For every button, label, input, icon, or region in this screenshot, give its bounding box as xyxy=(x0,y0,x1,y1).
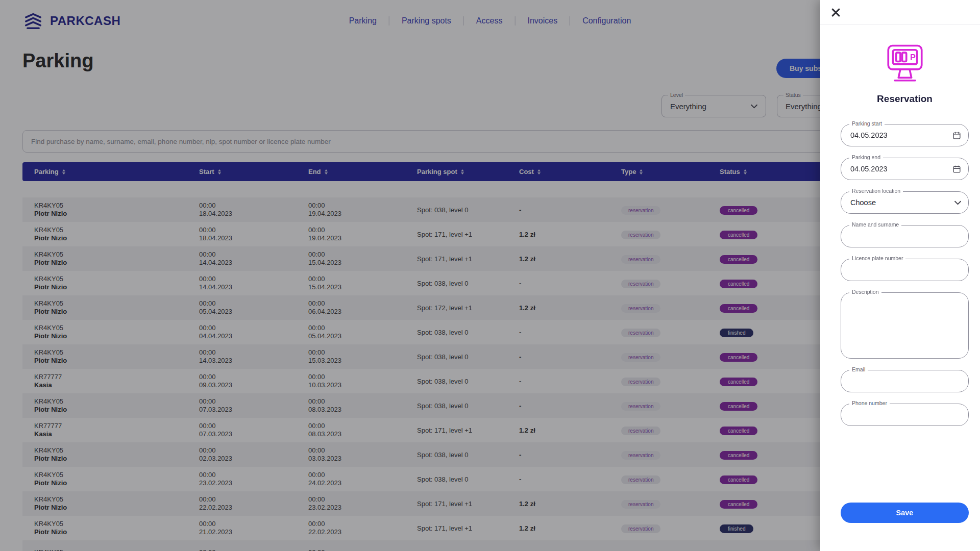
description-input[interactable] xyxy=(841,293,968,358)
calendar-icon[interactable] xyxy=(952,165,961,173)
drawer-title: Reservation xyxy=(841,93,969,105)
save-button[interactable]: Save xyxy=(841,503,969,523)
licence-plate-input[interactable] xyxy=(841,259,968,281)
calendar-icon[interactable] xyxy=(952,131,961,140)
name-surname-input[interactable] xyxy=(841,226,968,247)
email-field: Email xyxy=(841,370,969,392)
drawer-hero: P Reservation xyxy=(841,43,969,105)
reservation-location-select[interactable]: Reservation location Choose xyxy=(841,191,969,214)
description-field: Description xyxy=(841,292,969,359)
reservation-drawer: P Reservation Parking start Parking end … xyxy=(820,0,980,551)
drawer-header xyxy=(820,0,980,25)
reservation-location-label: Reservation location xyxy=(849,188,903,194)
parking-start-input[interactable] xyxy=(841,124,968,146)
close-button[interactable] xyxy=(828,5,843,19)
name-surname-label: Name and surname xyxy=(849,221,901,228)
licence-plate-label: Licence plate number xyxy=(849,255,905,261)
parking-end-input[interactable] xyxy=(841,158,968,180)
svg-text:P: P xyxy=(910,53,916,62)
chevron-down-icon xyxy=(954,201,961,205)
licence-plate-field: Licence plate number xyxy=(841,259,969,281)
parking-start-field: Parking start xyxy=(841,124,969,146)
phone-number-input[interactable] xyxy=(841,404,968,425)
description-label: Description xyxy=(849,289,881,295)
phone-number-field: Phone number xyxy=(841,404,969,426)
drawer-body: P Reservation Parking start Parking end … xyxy=(820,25,980,523)
close-icon xyxy=(830,7,841,18)
phone-number-label: Phone number xyxy=(849,400,890,406)
name-surname-field: Name and surname xyxy=(841,225,969,247)
email-label: Email xyxy=(849,366,868,372)
reservation-location-value: Choose xyxy=(841,192,968,213)
parking-end-label: Parking end xyxy=(849,154,883,160)
email-input[interactable] xyxy=(841,370,968,392)
parking-start-label: Parking start xyxy=(849,120,885,127)
parking-meter-icon: P xyxy=(881,43,928,84)
parking-end-field: Parking end xyxy=(841,158,969,180)
